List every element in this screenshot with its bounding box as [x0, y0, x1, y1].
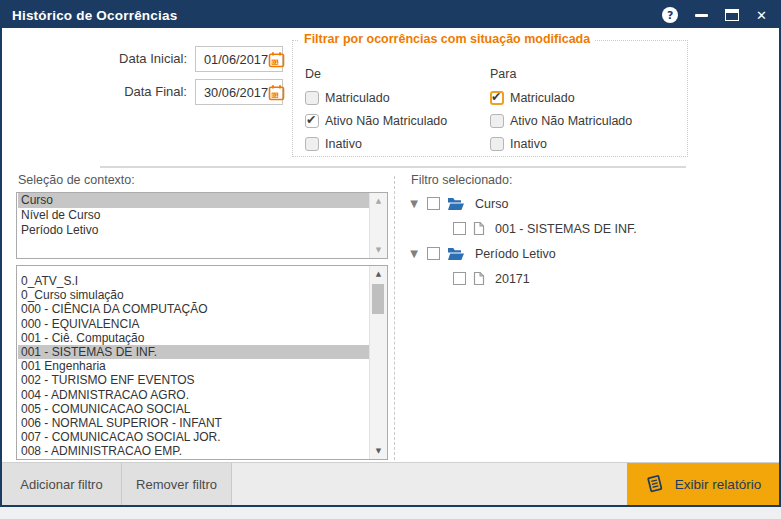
tree-node-curso[interactable]: ▼ Curso — [408, 191, 637, 216]
checkbox[interactable] — [305, 91, 319, 105]
course-listbox: 0_ATV_S.I0_Curso simulação000 - CIÊNCIA … — [16, 265, 388, 460]
footer-bar: Adicionar filtro Remover filtro Exibir r… — [2, 462, 779, 505]
checkbox-label: Ativo Não Matriculado — [325, 114, 447, 128]
list-item[interactable]: 007 - COMUNICACAO SOCIAL JOR. — [18, 430, 369, 444]
add-filter-button[interactable]: Adicionar filtro — [2, 463, 122, 505]
tree-node-label: Curso — [475, 197, 508, 211]
checkbox-label: Matriculado — [325, 91, 390, 105]
scroll-up-icon[interactable]: ▲ — [370, 269, 387, 279]
help-icon[interactable]: ? — [662, 7, 678, 23]
list-item[interactable]: 0_Curso simulação — [18, 288, 369, 302]
course-list: 0_ATV_S.I0_Curso simulação000 - CIÊNCIA … — [18, 274, 369, 459]
tree-checkbox[interactable] — [427, 197, 440, 210]
scroll-down-icon[interactable]: ▼ — [370, 446, 387, 456]
list-item[interactable]: Nível de Curso — [18, 208, 369, 223]
show-report-label: Exibir relatório — [675, 477, 761, 492]
titlebar-icons: ? ✕ — [662, 7, 767, 23]
date-initial-input[interactable]: 01/06/2017 01 — [195, 46, 283, 72]
calendar-icon[interactable]: 01 — [268, 84, 285, 101]
list-item[interactable]: 005 - COMUNICACAO SOCIAL — [18, 402, 369, 416]
context-section-label: Seleção de contexto: — [18, 173, 135, 187]
checkbox[interactable] — [305, 114, 319, 128]
remove-filter-button[interactable]: Remover filtro — [122, 463, 232, 505]
list-item[interactable]: 004 - ADMNISTRACAO AGRO. — [18, 388, 369, 402]
folder-open-icon — [447, 197, 465, 211]
tree-checkbox[interactable] — [427, 247, 440, 260]
titlebar: Histórico de Ocorrências ? ✕ — [2, 2, 779, 28]
checkbox-label: Inativo — [325, 137, 362, 151]
date-initial-label: Data Inicial: — [37, 51, 187, 66]
vertical-divider — [394, 176, 395, 460]
checkbox[interactable] — [490, 114, 504, 128]
tree-checkbox[interactable] — [453, 222, 466, 235]
checkbox-row-de-matriculado[interactable]: Matriculado — [305, 90, 490, 106]
filter-group-legend: Filtrar por ocorrências com situação mod… — [299, 32, 595, 46]
show-report-button[interactable]: Exibir relatório — [627, 463, 779, 505]
document-icon — [473, 221, 485, 236]
chevron-down-icon[interactable]: ▼ — [408, 248, 420, 260]
filter-tree-label: Filtro selecionado: — [411, 173, 512, 187]
column-header-de: De — [305, 67, 490, 81]
context-listbox: CursoNível de CursoPeríodo Letivo ▲ ▼ — [16, 192, 388, 259]
checkbox[interactable] — [490, 91, 504, 105]
checkbox-label: Inativo — [510, 137, 547, 151]
date-final-value: 30/06/2017 — [204, 85, 268, 100]
page-title: Histórico de Ocorrências — [12, 8, 177, 23]
folder-open-icon — [447, 247, 465, 261]
screen: Histórico de Ocorrências ? ✕ Data Inicia… — [0, 0, 781, 519]
horizontal-divider — [100, 166, 686, 168]
checkbox[interactable] — [305, 137, 319, 151]
svg-text:01: 01 — [272, 92, 278, 97]
list-item[interactable]: 008 - ADMINISTRACAO EMP. — [18, 444, 369, 458]
svg-text:01: 01 — [272, 59, 278, 64]
filter-column-para: Para Matriculado Ativo Não Matriculado I… — [490, 67, 632, 159]
document-icon — [473, 271, 485, 286]
date-final-label: Data Final: — [37, 84, 187, 99]
footer-spacer — [232, 463, 627, 505]
scrollbar[interactable]: ▲ ▼ — [369, 193, 387, 258]
close-icon[interactable]: ✕ — [756, 9, 767, 22]
checkbox-row-para-matriculado[interactable]: Matriculado — [490, 90, 632, 106]
tree-leaf-label: 20171 — [495, 272, 530, 286]
checkbox-row-para-ativo-nao-matriculado[interactable]: Ativo Não Matriculado — [490, 113, 632, 129]
calendar-icon[interactable]: 01 — [268, 51, 285, 68]
list-item[interactable]: 000 - CIÊNCIA DA COMPUTAÇÃO — [18, 302, 369, 316]
checkbox-label: Ativo Não Matriculado — [510, 114, 632, 128]
list-item[interactable]: 006 - NORMAL SUPERIOR - INFANT — [18, 416, 369, 430]
list-item[interactable]: 002 - TURISMO ENF EVENTOS — [18, 373, 369, 387]
minimize-icon[interactable] — [695, 14, 708, 17]
scroll-up-icon[interactable]: ▲ — [370, 196, 387, 206]
maximize-icon[interactable] — [725, 9, 739, 21]
filter-column-de: De Matriculado Ativo Não Matriculado Ina… — [305, 67, 490, 159]
checkbox[interactable] — [490, 137, 504, 151]
list-item[interactable]: 001 Engenharia — [18, 359, 369, 373]
checkbox-row-de-inativo[interactable]: Inativo — [305, 136, 490, 152]
list-item[interactable]: 000 - EQUIVALENCIA — [18, 317, 369, 331]
checkbox-row-para-inativo[interactable]: Inativo — [490, 136, 632, 152]
checkbox-row-de-ativo-nao-matriculado[interactable]: Ativo Não Matriculado — [305, 113, 490, 129]
tree-node-label: Período Letivo — [475, 247, 556, 261]
list-item[interactable]: 001 - Ciê. Computação — [18, 331, 369, 345]
tree-leaf-label: 001 - SISTEMAS DE INF. — [495, 222, 637, 236]
list-item[interactable]: 0_ATV_S.I — [18, 274, 369, 288]
scrollbar-thumb[interactable] — [372, 284, 384, 314]
context-list: CursoNível de CursoPeríodo Letivo — [18, 193, 369, 258]
list-item[interactable]: Período Letivo — [18, 223, 369, 238]
scroll-down-icon[interactable]: ▼ — [370, 245, 387, 255]
list-item[interactable]: Curso — [18, 193, 369, 208]
dialog-window: Histórico de Ocorrências ? ✕ Data Inicia… — [0, 0, 781, 507]
filter-tree: ▼ Curso 001 - SISTEM — [408, 191, 637, 291]
column-header-para: Para — [490, 67, 632, 81]
tree-node-periodo-letivo[interactable]: ▼ Período Letivo — [408, 241, 637, 266]
tree-leaf-20171[interactable]: 20171 — [408, 266, 637, 291]
checkbox-label: Matriculado — [510, 91, 575, 105]
scrollbar[interactable]: ▲ ▼ — [369, 266, 387, 459]
situation-filter-group: Filtrar por ocorrências com situação mod… — [292, 40, 688, 157]
report-icon — [645, 474, 665, 494]
date-final-input[interactable]: 30/06/2017 01 — [195, 79, 283, 105]
date-initial-value: 01/06/2017 — [204, 52, 268, 67]
tree-leaf-sistemas[interactable]: 001 - SISTEMAS DE INF. — [408, 216, 637, 241]
tree-checkbox[interactable] — [453, 272, 466, 285]
chevron-down-icon[interactable]: ▼ — [408, 198, 420, 210]
list-item[interactable]: 001 - SISTEMAS DE INF. — [18, 345, 369, 359]
